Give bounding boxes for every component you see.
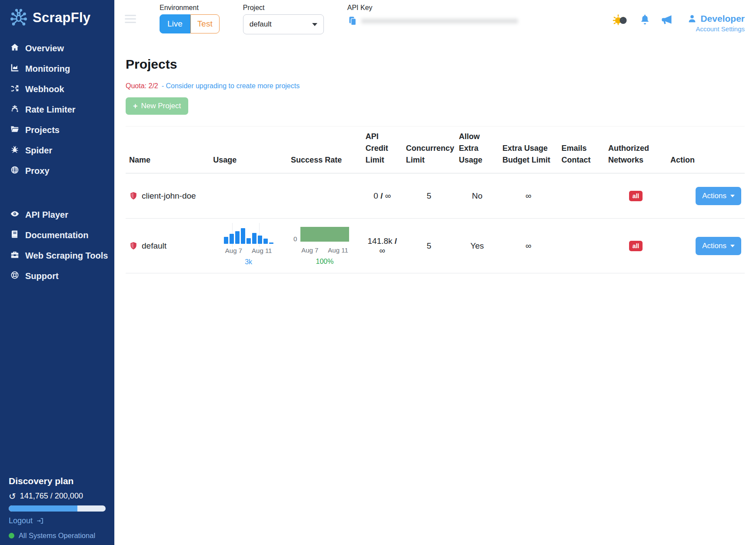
sidebar-item-web-scraping-tools[interactable]: Web Scraping Tools xyxy=(0,246,114,266)
upgrade-link[interactable]: - Consider upgrading to create more proj… xyxy=(162,82,300,90)
sidebar: ScrapFly Overview Monitoring Webhook Rat… xyxy=(0,0,114,545)
project-group: Project default xyxy=(243,0,324,34)
topbar-right-cluster: Developer Account Settings xyxy=(613,0,745,33)
sidebar-item-monitoring[interactable]: Monitoring xyxy=(0,59,114,79)
projects-table: Name Usage Success Rate API Credit Limit… xyxy=(126,126,745,273)
action-cell: Actions xyxy=(667,173,745,219)
project-selected-value: default xyxy=(250,20,272,29)
plan-usage-row: ↺ 141,765 / 200,000 xyxy=(9,492,106,501)
status-dot-icon xyxy=(9,533,14,538)
concurrency-cell: 5 xyxy=(403,219,456,273)
project-label: Project xyxy=(243,4,324,12)
projects-folder-icon xyxy=(10,124,20,136)
networks-all-badge: all xyxy=(629,241,643,251)
sidebar-item-label: Web Scraping Tools xyxy=(25,251,108,261)
logo-text: ScrapFly xyxy=(33,10,90,26)
emails-contact-cell xyxy=(558,173,605,219)
announcements-megaphone-icon[interactable] xyxy=(661,13,673,26)
actions-dropdown-button[interactable]: Actions xyxy=(696,237,741,255)
chevron-down-icon xyxy=(312,23,317,26)
col-header-authorized-networks: Authorized Networks xyxy=(605,126,667,173)
logout-icon xyxy=(36,517,44,525)
sidebar-item-spider[interactable]: Spider xyxy=(0,140,114,161)
content: Projects Quota: 2/2 - Consider upgrading… xyxy=(114,44,756,273)
apikey-label: API Key xyxy=(347,4,518,12)
col-header-extra-usage-budget-limit: Extra Usage Budget Limit xyxy=(499,126,558,173)
environment-live-button[interactable]: Live xyxy=(160,14,190,33)
hamburger-menu-icon[interactable] xyxy=(125,15,136,25)
spider-icon xyxy=(10,145,20,156)
web-scraping-toolbox-icon xyxy=(10,250,20,262)
page-title: Projects xyxy=(126,57,745,72)
logout-label: Logout xyxy=(9,516,33,525)
success-tick-start: Aug 7 xyxy=(301,246,318,254)
notifications-bell-icon[interactable] xyxy=(639,13,651,25)
environment-label: Environment xyxy=(160,4,220,12)
sidebar-item-label: Webhook xyxy=(25,84,64,94)
account-menu[interactable]: Developer Account Settings xyxy=(687,13,745,33)
usage-tick-start: Aug 7 xyxy=(225,247,242,254)
emails-contact-cell xyxy=(558,219,605,273)
sidebar-item-label: Proxy xyxy=(25,166,50,176)
proxy-globe-icon xyxy=(10,165,20,177)
home-icon xyxy=(10,43,20,54)
sidebar-item-label: Documentation xyxy=(25,230,89,240)
account-settings-link[interactable]: Account Settings xyxy=(687,25,745,33)
new-project-label: New Project xyxy=(141,102,181,110)
project-name: client-john-doe xyxy=(142,191,196,201)
project-select[interactable]: default xyxy=(243,14,324,34)
col-header-allow-extra-usage: Allow Extra Usage xyxy=(455,126,499,173)
sidebar-item-webhook[interactable]: Webhook xyxy=(0,79,114,100)
user-icon xyxy=(687,14,697,23)
environment-test-button[interactable]: Test xyxy=(190,14,220,33)
scrapfly-logo[interactable]: ScrapFly xyxy=(0,0,114,31)
success-cell-empty xyxy=(287,173,362,219)
system-status-link[interactable]: All Systems Operational xyxy=(9,532,106,540)
sidebar-item-support[interactable]: Support xyxy=(0,266,114,286)
usage-cell-empty xyxy=(210,173,287,219)
history-icon: ↺ xyxy=(9,492,16,501)
apikey-group: API Key xxxxxxxxxxxxxxxxxxxxxxxxxxxxxxxx… xyxy=(347,0,518,26)
project-name: default xyxy=(142,241,167,251)
sidebar-item-api-player[interactable]: API Player xyxy=(0,205,114,225)
chevron-down-icon xyxy=(730,245,735,247)
table-header-row: Name Usage Success Rate API Credit Limit… xyxy=(126,126,745,173)
sidebar-item-label: Monitoring xyxy=(25,64,70,74)
theme-toggle-sun-moon-icon[interactable] xyxy=(613,13,629,27)
api-credit-cell: 0 / ∞ xyxy=(362,173,403,219)
action-cell: Actions xyxy=(667,219,745,273)
webhook-shuffle-icon xyxy=(10,83,20,95)
plan-usage-value: 141,765 / 200,000 xyxy=(20,492,83,501)
logout-link[interactable]: Logout xyxy=(9,516,44,525)
status-label: All Systems Operational xyxy=(19,532,95,540)
sidebar-item-label: Spider xyxy=(25,146,52,156)
col-header-name: Name xyxy=(126,126,210,173)
sidebar-nav-secondary: API Player Documentation Web Scraping To… xyxy=(0,205,114,286)
sidebar-item-documentation[interactable]: Documentation xyxy=(0,225,114,246)
support-lifering-icon xyxy=(10,270,20,282)
actions-dropdown-button[interactable]: Actions xyxy=(696,187,741,205)
usage-total-label: 3k xyxy=(245,258,252,266)
col-header-usage: Usage xyxy=(210,126,287,173)
copy-icon[interactable] xyxy=(347,16,358,26)
sidebar-item-overview[interactable]: Overview xyxy=(0,38,114,59)
rate-limiter-faucet-icon xyxy=(10,104,20,116)
success-rate-cell: 0 Aug 7 Aug 11 100% xyxy=(287,219,362,273)
sidebar-plan-panel: Discovery plan ↺ 141,765 / 200,000 Logou… xyxy=(9,476,106,540)
usage-tick-end: Aug 11 xyxy=(252,247,272,254)
new-project-button[interactable]: + New Project xyxy=(126,97,188,115)
user-name: Developer xyxy=(700,13,745,24)
plan-progress-bar xyxy=(9,505,106,512)
api-player-eye-icon xyxy=(10,209,20,221)
environment-group: Environment Live Test xyxy=(160,0,220,33)
col-header-action: Action xyxy=(667,126,745,173)
col-header-emails-contact: Emails Contact xyxy=(558,126,605,173)
main-panel: Environment Live Test Project default AP… xyxy=(114,0,756,545)
sidebar-item-proxy[interactable]: Proxy xyxy=(0,161,114,181)
chevron-down-icon xyxy=(730,195,735,197)
sidebar-item-projects[interactable]: Projects xyxy=(0,120,114,140)
concurrency-cell: 5 xyxy=(403,173,456,219)
plan-name: Discovery plan xyxy=(9,476,106,486)
sidebar-item-rate-limiter[interactable]: Rate Limiter xyxy=(0,100,114,120)
authorized-networks-cell: all xyxy=(605,173,667,219)
